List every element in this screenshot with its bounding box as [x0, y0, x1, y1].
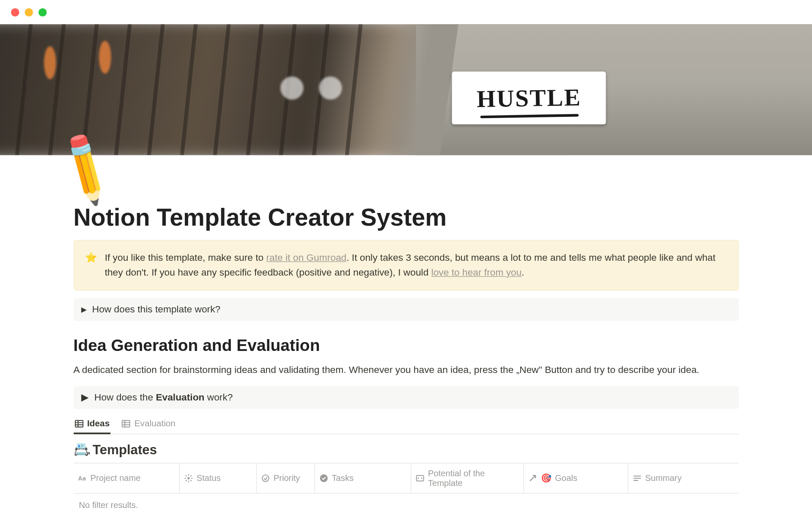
- status-icon: [184, 474, 193, 483]
- page-title[interactable]: Notion Template Creator System: [74, 204, 739, 231]
- goals-emoji: 🎯: [541, 473, 551, 483]
- link-arrow-icon: ↗: [85, 450, 91, 458]
- relation-icon: [528, 474, 537, 483]
- column-status[interactable]: Status: [179, 463, 256, 493]
- svg-rect-4: [122, 420, 130, 427]
- window-maximize-button[interactable]: [38, 8, 47, 17]
- column-goals[interactable]: 🎯 Goals: [524, 463, 628, 493]
- toggle-triangle-icon: ▶: [81, 306, 87, 314]
- table-icon: [74, 419, 83, 428]
- rate-gumroad-link[interactable]: rate it on Gumroad: [266, 252, 347, 263]
- tab-evaluation[interactable]: Evaluation: [121, 415, 176, 433]
- tab-label: Evaluation: [134, 419, 176, 428]
- svg-rect-0: [75, 420, 82, 427]
- callout-text: If you like this template, make sure to …: [105, 251, 727, 281]
- svg-line-16: [186, 480, 187, 481]
- column-tasks[interactable]: Tasks: [315, 463, 411, 493]
- cover-image[interactable]: HUSTLE: [0, 24, 812, 155]
- feedback-link[interactable]: love to hear from you: [431, 267, 522, 278]
- column-potential[interactable]: Potential of the Template: [411, 463, 524, 493]
- database-header-row: Aa Project name Status Priority Tasks Po…: [74, 463, 739, 494]
- text-icon: [633, 474, 642, 483]
- empty-results-row: No filter results.: [74, 493, 739, 508]
- section-body[interactable]: A dedicated section for brainstorming id…: [74, 363, 739, 377]
- svg-point-18: [262, 475, 269, 481]
- tab-label: Ideas: [87, 419, 110, 428]
- toggle-how-template[interactable]: ▶ How does this template work?: [74, 298, 739, 321]
- svg-point-22: [421, 477, 422, 478]
- formula-icon: [415, 474, 424, 483]
- checkbox-icon: [319, 474, 328, 483]
- database-title-row[interactable]: 📇↗ Templates: [74, 442, 739, 457]
- database-icon: 📇↗: [74, 442, 88, 457]
- toggle-triangle-icon: ▶: [81, 392, 89, 403]
- window-minimize-button[interactable]: [25, 8, 33, 17]
- svg-line-15: [190, 480, 191, 481]
- column-summary[interactable]: Summary: [628, 463, 738, 493]
- select-icon: [261, 474, 270, 483]
- star-icon: ⭐: [85, 251, 97, 281]
- database-title: Templates: [93, 442, 157, 457]
- column-project-name[interactable]: Aa Project name: [74, 463, 180, 493]
- section-heading[interactable]: Idea Generation and Evaluation: [74, 337, 739, 355]
- svg-point-9: [187, 477, 189, 479]
- svg-line-17: [190, 475, 191, 476]
- window-titlebar: [0, 0, 812, 24]
- column-priority[interactable]: Priority: [256, 463, 315, 493]
- cover-sticker: HUSTLE: [452, 72, 606, 124]
- tab-ideas[interactable]: Ideas: [74, 415, 111, 433]
- svg-rect-20: [416, 475, 423, 481]
- database-tabs: Ideas Evaluation: [74, 415, 739, 434]
- cover-sticker-text: HUSTLE: [476, 83, 582, 113]
- svg-text:Aa: Aa: [78, 475, 86, 481]
- svg-point-21: [417, 477, 419, 478]
- callout-block: ⭐ If you like this template, make sure t…: [74, 240, 739, 291]
- toggle-label: How does this template work?: [92, 304, 220, 315]
- table-icon: [122, 419, 131, 428]
- svg-line-14: [186, 475, 187, 476]
- toggle-how-evaluation[interactable]: ▶ How does the Evaluation work?: [74, 386, 739, 409]
- title-icon: Aa: [78, 474, 87, 483]
- window-close-button[interactable]: [11, 8, 19, 17]
